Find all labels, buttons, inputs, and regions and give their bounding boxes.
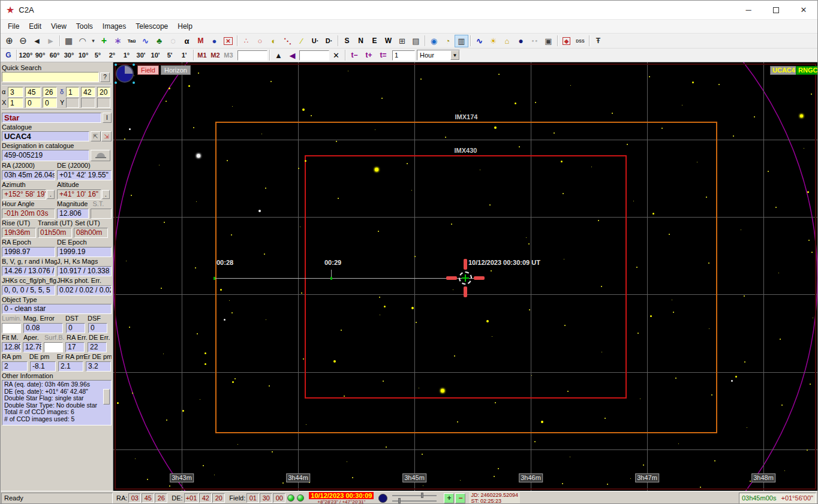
- magnitude-limit-input[interactable]: [237, 50, 267, 61]
- tab-horizon[interactable]: Horizon: [161, 65, 191, 75]
- fov-90deg[interactable]: 90°: [33, 50, 47, 61]
- goto-telescope-button[interactable]: [91, 150, 110, 161]
- coordinate-grid-button[interactable]: ▦: [62, 35, 76, 47]
- memory-m1-button[interactable]: M1: [196, 50, 209, 61]
- blink-animation-button[interactable]: ∿: [473, 35, 486, 47]
- planets-button[interactable]: ●: [207, 35, 221, 47]
- fov-2deg[interactable]: 2°: [105, 50, 119, 61]
- center-field-button[interactable]: ⊞: [395, 35, 409, 47]
- menu-images[interactable]: Images: [98, 20, 131, 32]
- nebulae-button[interactable]: ✕: [221, 35, 235, 47]
- y3-input[interactable]: [97, 98, 110, 108]
- time-plus-button[interactable]: +: [444, 493, 454, 503]
- uranus-symbol-button[interactable]: U·: [308, 35, 322, 47]
- clear-search-button[interactable]: ✕: [329, 49, 343, 62]
- fov-10min[interactable]: 10': [148, 50, 163, 61]
- flip-vertical-button[interactable]: ◀: [285, 49, 299, 62]
- milky-way-button[interactable]: ∿: [139, 35, 152, 47]
- memory-m2-button[interactable]: M2: [209, 50, 222, 61]
- menu-telescope[interactable]: Telescope: [131, 20, 173, 32]
- ra-h-input[interactable]: [8, 87, 23, 97]
- flip-horizontal-button[interactable]: ▲: [272, 49, 285, 62]
- nebula-outlines-button[interactable]: ○: [253, 35, 267, 47]
- camera-button[interactable]: ▣: [542, 35, 555, 47]
- clock-button[interactable]: ◔: [441, 35, 455, 47]
- direction-west-button[interactable]: W: [381, 35, 395, 47]
- time-set-button[interactable]: t=: [376, 50, 390, 61]
- menu-edit[interactable]: Edit: [24, 20, 46, 32]
- direction-east-button[interactable]: E: [368, 35, 381, 47]
- fov-5min[interactable]: 5': [163, 50, 177, 61]
- tab-field[interactable]: Field: [137, 65, 159, 75]
- ccd-frames-button[interactable]: ◆: [560, 35, 573, 47]
- slider-thumb-2[interactable]: [398, 498, 401, 503]
- messier-labels-button[interactable]: M: [194, 35, 207, 47]
- slider-track-1[interactable]: [392, 495, 437, 496]
- horizon-dome-dropdown-button[interactable]: ▾: [89, 35, 97, 47]
- time-back-button[interactable]: t−: [347, 50, 362, 61]
- fov-120deg[interactable]: 120°: [19, 50, 33, 61]
- slider-thumb-1[interactable]: [421, 493, 423, 498]
- x3-input[interactable]: [43, 98, 57, 108]
- menu-help[interactable]: Help: [173, 20, 197, 32]
- zoom-out-button[interactable]: ⊖: [16, 35, 30, 47]
- altitude-more-button[interactable]: .: [102, 190, 110, 199]
- maximize-button[interactable]: [762, 1, 790, 19]
- sun-button[interactable]: ☀: [486, 35, 500, 47]
- sky-chart[interactable]: Field Horizon UCAC4 RNGCIC IMX174IMX4300…: [113, 62, 817, 491]
- dss-image-button[interactable]: DSS: [573, 35, 587, 47]
- fov-g-button[interactable]: G: [2, 50, 14, 61]
- history-back-button[interactable]: ◀: [30, 35, 44, 47]
- fov-10deg[interactable]: 10°: [76, 50, 91, 61]
- y1-input[interactable]: [66, 98, 79, 108]
- object-search-input[interactable]: [299, 50, 329, 61]
- quick-search-input[interactable]: [2, 72, 99, 82]
- direction-south-button[interactable]: S: [340, 35, 354, 47]
- catalogue-prev-button[interactable]: ⇱: [91, 131, 101, 141]
- horizon-dome-button[interactable]: ◠: [76, 35, 89, 47]
- time-minus-button[interactable]: −: [455, 493, 465, 503]
- side-panel-button[interactable]: ▥: [455, 35, 468, 47]
- constellation-lines-button[interactable]: ∗: [111, 35, 125, 47]
- object-info-button[interactable]: I: [103, 113, 112, 123]
- comet-trails-button[interactable]: ∕: [294, 35, 308, 47]
- fov-60deg[interactable]: 60°: [47, 50, 62, 61]
- close-button[interactable]: ✕: [790, 1, 817, 19]
- observatory-mount-button[interactable]: ⌂: [500, 35, 514, 47]
- direction-north-button[interactable]: N: [354, 35, 368, 47]
- ra-m-input[interactable]: [25, 87, 41, 97]
- telescope-panel-button[interactable]: Ŧ: [591, 35, 605, 47]
- horizon-ground-button[interactable]: ▤: [409, 35, 423, 47]
- d-symbol-button[interactable]: D·: [322, 35, 336, 47]
- menu-tools[interactable]: Tools: [71, 20, 98, 32]
- ecliptic-button[interactable]: ◌: [166, 35, 180, 47]
- moon-phase-button[interactable]: ◐: [267, 35, 281, 47]
- x2-input[interactable]: [25, 98, 41, 108]
- ra-s-input[interactable]: [43, 87, 57, 97]
- constellation-names-button[interactable]: Taü: [125, 35, 139, 47]
- time-step-input[interactable]: [392, 50, 415, 61]
- time-sliders[interactable]: [392, 493, 439, 503]
- night-vision-button[interactable]: ●: [514, 35, 528, 47]
- other-info-scrollbar[interactable]: [103, 389, 110, 405]
- earth-globe-button[interactable]: ◉: [427, 35, 441, 47]
- fov-5deg[interactable]: 5°: [91, 50, 105, 61]
- center-target-button[interactable]: +: [97, 35, 111, 47]
- fov-1min[interactable]: 1': [177, 50, 191, 61]
- de-m-input[interactable]: [81, 87, 95, 97]
- de-s-input[interactable]: [97, 87, 110, 97]
- satellite-trails-button[interactable]: ∘∘: [528, 35, 542, 47]
- slider-track-2[interactable]: [392, 500, 437, 502]
- catalogue-next-button[interactable]: ⇲: [101, 131, 112, 141]
- menu-file[interactable]: File: [3, 20, 24, 32]
- fov-30deg[interactable]: 30°: [62, 50, 76, 61]
- menu-view[interactable]: View: [46, 20, 71, 32]
- memory-m3-button[interactable]: M3: [222, 50, 235, 61]
- time-dial-widget[interactable]: [115, 64, 135, 84]
- zoom-in-button[interactable]: ⊕: [2, 35, 16, 47]
- time-forward-button[interactable]: t+: [362, 50, 376, 61]
- de-d-input[interactable]: [66, 87, 79, 97]
- fov-1deg[interactable]: 1°: [119, 50, 134, 61]
- quick-search-help-button[interactable]: ?: [100, 73, 110, 82]
- y2-input[interactable]: [81, 98, 95, 108]
